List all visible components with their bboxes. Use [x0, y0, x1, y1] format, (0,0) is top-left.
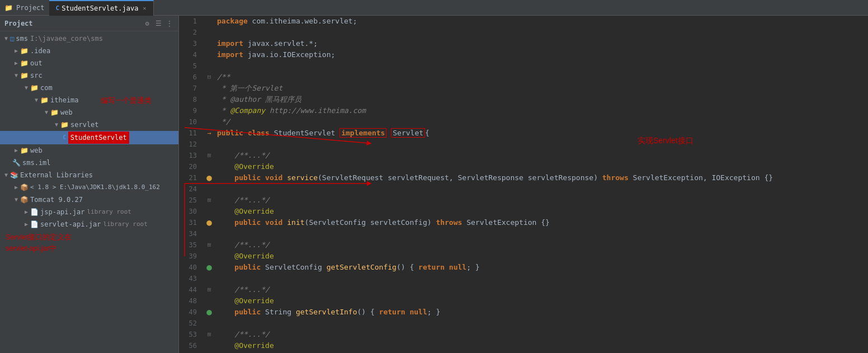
tree-item-jdk18[interactable]: ▶ 📦 < 1.8 > E:\Java\JDK1.8\jdk1.8.0_162	[0, 181, 178, 194]
tree-label-jdk18: < 1.8 > E:\Java\JDK1.8\jdk1.8.0_162	[30, 182, 160, 193]
code-row-2: 2	[179, 27, 868, 38]
code-text-12	[217, 139, 868, 150]
gear-icon[interactable]: ⚙	[143, 19, 152, 28]
green-dot-49[interactable]: ●	[206, 308, 212, 317]
tree-item-servlet[interactable]: ▼ 📁 servlet	[0, 119, 178, 131]
expand-icon: ▼	[2, 33, 10, 44]
expand-btn-35[interactable]: ⊞	[207, 239, 211, 251]
line-number-48: 48	[179, 295, 201, 307]
expand-btn-25[interactable]: ⊞	[207, 195, 211, 206]
tree-item-com[interactable]: ▼ 📁 com	[0, 82, 178, 94]
tree-item-web2[interactable]: ▶ 📁 web	[0, 144, 178, 157]
tree-label-itheima: itheima	[50, 95, 79, 106]
tree-path-sms: I:\javaee_core\sms	[30, 33, 103, 44]
line-number-1: 1	[179, 16, 201, 27]
expand-btn-53[interactable]: ⊞	[207, 329, 211, 340]
annotation-servlet-api: Servlet接口的定义在servlet-api.jar中	[0, 232, 178, 254]
code-text-30: @Override	[217, 206, 868, 217]
collapse-btn-6[interactable]: ⊟	[207, 72, 211, 83]
project-tree: ▼ ◫ sms I:\javaee_core\sms ▶ 📁 .idea ▶ 📁…	[0, 31, 178, 353]
tree-item-itheima[interactable]: ▼ 📁 itheima	[0, 94, 178, 106]
line-number-12: 12	[179, 139, 201, 150]
tree-item-web[interactable]: ▼ 📁 web	[0, 106, 178, 119]
gutter-21: ●	[201, 173, 217, 182]
expand-icon: ▶	[22, 206, 30, 218]
code-text-44: /**...*/	[217, 284, 868, 295]
gutter-11: →	[201, 128, 217, 139]
expand-btn-13[interactable]: ⊞	[207, 150, 211, 161]
green-dot-40[interactable]: ●	[206, 263, 212, 272]
tree-item-sms[interactable]: ▼ ◫ sms I:\javaee_core\sms	[0, 32, 178, 45]
line-number-39: 39	[179, 251, 201, 262]
expand-icon: ▶	[12, 145, 20, 156]
folder-icon: 📁	[20, 45, 29, 57]
tab-close-icon[interactable]: ✕	[143, 5, 146, 11]
tree-label-jsp-api: jsp-api.jar	[40, 206, 84, 218]
tree-label-com: com	[40, 82, 53, 93]
code-text-1: package com.itheima.web.servlet;	[217, 16, 868, 27]
arrow-right-icon: →	[207, 128, 211, 139]
code-row-48: 48 @Override	[179, 295, 868, 307]
line-number-24: 24	[179, 183, 201, 195]
settings-icon[interactable]: ⋮	[165, 19, 174, 28]
servlet-api-label: Servlet接口的定义在servlet-api.jar中	[6, 233, 72, 252]
code-text-6: /**	[217, 72, 868, 83]
java-file-icon: C	[56, 4, 60, 12]
code-row-53: 53 ⊞ /**...*/	[179, 329, 868, 340]
code-text-20: @Override	[217, 161, 868, 172]
editor-wrapper[interactable]: 1 package com.itheima.web.servlet; 2 3 i…	[179, 16, 868, 353]
tree-item-jsp-api[interactable]: ▶ 📄 jsp-api.jar library root	[0, 206, 178, 218]
implement-interface-label: 实现Servlet接口	[638, 136, 694, 145]
panel-header: Project ⚙ ☰ ⋮	[0, 16, 178, 31]
tab-label: StudentServlet.java	[62, 4, 138, 12]
folder-icon: 📁	[20, 58, 29, 69]
editor-inner: 1 package com.itheima.web.servlet; 2 3 i…	[179, 16, 868, 353]
code-row-31: 31 ● public void init(ServletConfig serv…	[179, 217, 868, 228]
tree-item-ext-libs[interactable]: ▼ 📚 External Libraries	[0, 169, 178, 181]
tree-item-src[interactable]: ▼ 📁 src	[0, 69, 178, 82]
line-number-6: 6	[179, 72, 201, 83]
code-row-9: 9 * @Company http://www.itheima.com	[179, 105, 868, 116]
tree-item-tomcat[interactable]: ▼ 📦 Tomcat 9.0.27	[0, 194, 178, 206]
expand-icon: ▶	[12, 58, 20, 69]
gutter-49: ●	[201, 308, 217, 317]
expand-icon: ▼	[2, 170, 10, 181]
jar-icon: 📄	[30, 219, 39, 230]
tree-item-idea[interactable]: ▶ 📁 .idea	[0, 45, 178, 57]
tab-studentservlet[interactable]: C StudentServlet.java ✕	[49, 0, 154, 16]
tree-item-servlet-api[interactable]: ▶ 📄 servlet-api.jar library root	[0, 218, 178, 230]
expand-icon: ▼	[32, 95, 40, 106]
project-label: Project	[16, 4, 45, 12]
tree-item-sms-iml[interactable]: 🔧 sms.iml	[0, 157, 178, 169]
line-number-11: 11	[179, 128, 201, 139]
tree-label-web: web	[60, 107, 73, 118]
tree-label-servlet-api-suffix: library root	[103, 219, 147, 230]
code-row-30: 30 @Override	[179, 206, 868, 217]
line-number-20: 20	[179, 161, 201, 172]
tree-label-servlet: servlet	[70, 119, 99, 130]
code-text-52	[217, 318, 868, 329]
orange-dot-21[interactable]: ●	[206, 173, 212, 182]
expand-btn-44[interactable]: ⊞	[207, 284, 211, 295]
tomcat-icon: 📦	[20, 194, 29, 205]
expand-icon: ▶	[12, 182, 20, 193]
tree-item-student-servlet[interactable]: C StudentServlet	[0, 131, 178, 144]
gutter-6: ⊟	[201, 72, 217, 83]
line-number-56: 56	[179, 340, 201, 351]
code-text-2	[217, 27, 868, 38]
code-text-3: import javax.servlet.*;	[217, 38, 868, 49]
tree-item-out[interactable]: ▶ 📁 out	[0, 57, 178, 69]
line-number-49: 49	[179, 307, 201, 318]
layout-icon[interactable]: ☰	[154, 19, 163, 28]
code-text-49: public String getServletInfo() { return …	[217, 307, 868, 318]
expand-icon: ▼	[12, 194, 20, 205]
line-number-52: 52	[179, 318, 201, 329]
code-row-12: 12	[179, 139, 868, 150]
code-text-4: import java.io.IOException;	[217, 49, 868, 60]
tree-label-servlet-api: servlet-api.jar	[40, 219, 101, 230]
gutter-13: ⊞	[201, 150, 217, 161]
tree-label-jsp-api-suffix: library root	[87, 206, 131, 218]
line-number-3: 3	[179, 38, 201, 49]
orange-dot-31[interactable]: ●	[206, 218, 212, 227]
gutter-25: ⊞	[201, 195, 217, 206]
